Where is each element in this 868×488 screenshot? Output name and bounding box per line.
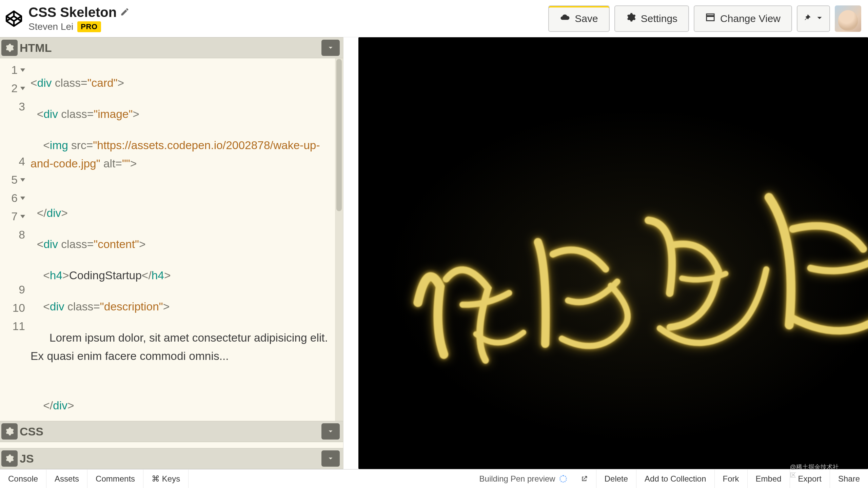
css-panel-header[interactable]: CSS	[0, 421, 343, 442]
build-status: Building Pen preview	[474, 470, 572, 488]
pen-preview	[358, 37, 868, 469]
js-panel-settings-button[interactable]	[1, 450, 18, 467]
main-area: HTML 1 2 3 4 5 6 7 8 9 10 11	[0, 37, 868, 469]
console-button[interactable]: Console	[0, 470, 46, 488]
title-block: CSS Skeleton Steven Lei PRO	[28, 5, 130, 32]
assets-button[interactable]: Assets	[46, 470, 87, 488]
watermark: @稀土掘金技术社区	[790, 462, 845, 479]
html-editor[interactable]: 1 2 3 4 5 6 7 8 9 10 11 <div class="card…	[0, 58, 343, 421]
html-panel-settings-button[interactable]	[1, 40, 18, 56]
html-panel-label: HTML	[20, 41, 52, 55]
edit-title-icon[interactable]	[120, 7, 130, 18]
delete-button[interactable]: Delete	[596, 470, 636, 488]
editor-gutter: 1 2 3 4 5 6 7 8 9 10 11	[0, 58, 27, 421]
editor-code[interactable]: <div class="card"> <div class="image"> <…	[27, 58, 343, 421]
save-button-label: Save	[575, 13, 598, 24]
pen-title[interactable]: CSS Skeleton	[28, 5, 117, 20]
fork-button[interactable]: Fork	[715, 470, 748, 488]
html-panel-header: HTML	[0, 37, 343, 58]
settings-button[interactable]: Settings	[614, 5, 689, 32]
avatar[interactable]	[835, 5, 861, 32]
open-new-window-button[interactable]	[572, 470, 596, 488]
editors-column: HTML 1 2 3 4 5 6 7 8 9 10 11	[0, 37, 343, 469]
pin-dropdown-button[interactable]	[797, 5, 830, 32]
save-button[interactable]: Save	[548, 5, 609, 32]
pen-author[interactable]: Steven Lei	[28, 21, 73, 32]
keys-button[interactable]: ⌘ Keys	[143, 470, 189, 488]
pro-badge: PRO	[77, 21, 101, 32]
js-panel-dropdown-button[interactable]	[321, 450, 340, 467]
chevron-down-icon	[815, 14, 824, 24]
footer-bar: Console Assets Comments ⌘ Keys Building …	[0, 469, 868, 488]
comments-button[interactable]: Comments	[87, 470, 143, 488]
gear-icon	[626, 12, 636, 25]
export-button[interactable]: @稀土掘金技术社区 Export	[790, 470, 830, 488]
change-view-button-label: Change View	[720, 13, 781, 24]
calligraphy-image	[387, 149, 868, 460]
preview-column	[343, 37, 868, 469]
js-panel-label: JS	[20, 452, 34, 465]
change-view-button[interactable]: Change View	[694, 5, 792, 32]
html-panel-dropdown-button[interactable]	[321, 40, 340, 56]
embed-button[interactable]: Embed	[748, 470, 790, 488]
settings-button-label: Settings	[641, 13, 677, 24]
css-panel-label: CSS	[20, 425, 43, 438]
spinner-icon	[559, 475, 567, 483]
pin-icon	[803, 14, 812, 24]
codepen-logo-icon[interactable]	[4, 9, 24, 28]
app-header: CSS Skeleton Steven Lei PRO Save Setting…	[0, 0, 868, 37]
js-panel-header[interactable]: JS	[0, 448, 343, 469]
cloud-icon	[560, 12, 570, 25]
layout-icon	[705, 12, 715, 25]
editor-scrollbar[interactable]	[335, 58, 343, 421]
add-to-collection-button[interactable]: Add to Collection	[636, 470, 714, 488]
css-panel-settings-button[interactable]	[1, 423, 18, 440]
css-panel-dropdown-button[interactable]	[321, 423, 340, 440]
